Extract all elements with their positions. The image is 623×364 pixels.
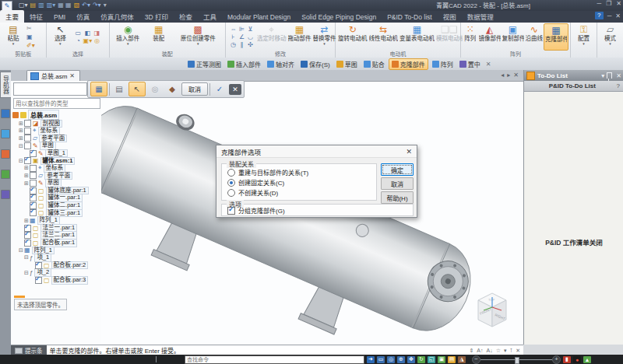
connect-icon[interactable]: ⊦ xyxy=(229,33,238,41)
tree-item[interactable]: ⊟ƒ项_1 xyxy=(12,254,101,262)
document-tab[interactable]: 总装.asm ✕ xyxy=(26,70,80,81)
select-visible-icon[interactable]: ◔ xyxy=(73,37,83,45)
radio-no-relations[interactable]: 不创建关系(D) xyxy=(227,188,278,197)
drag-part-button[interactable]: ▦ 拖动部件 xyxy=(287,23,312,51)
view-styles-icon[interactable]: ▣ xyxy=(438,356,445,363)
minimize-ribbon-icon[interactable]: ─ xyxy=(607,12,612,19)
fit-view-icon[interactable]: ▭ xyxy=(377,356,385,363)
format-painter-icon[interactable]: ✐▾ xyxy=(26,42,35,49)
tree-expander-icon[interactable]: ⊞ xyxy=(23,173,30,179)
quickbar-item-9[interactable]: 置中 xyxy=(457,59,483,69)
zoom-slider[interactable]: − + xyxy=(472,355,561,364)
quickbar-item-7[interactable]: 克隆部件 xyxy=(389,58,428,70)
tab-10[interactable]: Solid Edge Piping Design xyxy=(296,12,382,23)
sensors-panel-icon[interactable] xyxy=(1,149,10,159)
view-cube[interactable]: FRONT RIGHT TOP xyxy=(470,289,514,333)
select-clear-icon[interactable]: ◨ xyxy=(92,30,101,37)
vartable-motor-button[interactable]: ▦ 变量表电动机 xyxy=(399,23,435,51)
tab-scroll-left-icon[interactable]: ◂ xyxy=(501,72,504,79)
tree-checkbox[interactable] xyxy=(30,172,37,179)
rotate-view-icon[interactable]: ↻ xyxy=(417,356,425,363)
quickbar-item-1[interactable]: 正等测图 xyxy=(185,59,224,69)
document-tab-close-icon[interactable]: ✕ xyxy=(69,72,75,79)
prompt-menu-icon[interactable]: ▾ xyxy=(504,348,507,354)
zoom-area-icon[interactable]: ◎ xyxy=(387,356,395,363)
cmdbar-cancel-button[interactable]: 取消 xyxy=(181,82,208,96)
quickbar-item-6[interactable]: 贴合 xyxy=(361,59,387,69)
restore-button[interactable]: ❐ xyxy=(606,0,611,7)
along-curve-button[interactable]: ∿ 沿曲线 xyxy=(525,23,544,51)
replace-part-button[interactable]: ⇄ 替换零件▾ xyxy=(312,23,337,51)
user-status-icon[interactable]: ▲ xyxy=(583,356,591,363)
command-pointer-icon[interactable]: ➜ xyxy=(367,356,375,363)
tab-4[interactable]: 仿真 xyxy=(71,10,95,23)
todo-pin-icon[interactable] xyxy=(607,72,612,79)
mode-button[interactable]: ▱ 模式▾ xyxy=(599,23,621,51)
navigator-strip-tab[interactable]: 导航器 xyxy=(0,72,12,98)
mirror-part-button[interactable]: ◭ 镜像部件 xyxy=(478,23,502,51)
record-circle-icon[interactable]: ● xyxy=(573,356,581,363)
window-layout-icon[interactable]: ▤ xyxy=(448,356,456,363)
todo-menu-icon[interactable]: ▾ xyxy=(601,72,604,79)
tree-checkbox[interactable] xyxy=(30,209,37,216)
simulation-panel-icon[interactable] xyxy=(1,109,10,118)
tree-root[interactable]: 总装.asm xyxy=(12,110,101,119)
radio-create-fixed[interactable]: 创建固定关系(C) xyxy=(227,178,284,187)
tree-expander-icon[interactable]: ⊞ xyxy=(23,165,30,171)
tree-checkbox[interactable] xyxy=(24,240,31,247)
paste-button[interactable]: ▤ 粘贴▾ xyxy=(2,23,25,51)
tree-item[interactable]: ⊞⌖坐标系 xyxy=(12,128,101,135)
pathfinder-search-input[interactable] xyxy=(13,98,100,109)
tab-2[interactable]: 特征 xyxy=(24,10,48,23)
tree-checkbox[interactable] xyxy=(35,277,42,284)
cut-icon[interactable]: ✂ xyxy=(26,25,35,32)
create-in-place-button[interactable]: ▩ 原位创建零件▾ xyxy=(173,23,223,51)
cmdbar-close-icon[interactable]: ✕ xyxy=(229,84,241,95)
tree-item[interactable]: ⊞▱参考平面 xyxy=(12,135,101,142)
tree-item[interactable]: ▢配合板.par:3 xyxy=(12,276,101,284)
tree-expander-icon[interactable]: ⊟ xyxy=(23,270,30,276)
window-icon[interactable]: ▦ ▦ xyxy=(58,2,71,9)
zoom-in-icon[interactable]: + xyxy=(552,355,561,364)
todo-close-icon[interactable]: ✕ xyxy=(616,72,621,79)
dialog-cancel-button[interactable]: 取消 xyxy=(381,177,414,190)
favorite-icon[interactable]: ☆ xyxy=(496,348,501,354)
checkbox-group-clone[interactable]: 分组克隆部件(G) xyxy=(227,206,285,215)
tree-checkbox[interactable] xyxy=(24,120,31,127)
quickbar-close-icon[interactable]: ✕ xyxy=(486,61,491,68)
options-page-icon[interactable]: ▤ xyxy=(111,82,127,96)
tab-8[interactable]: 工具 xyxy=(198,10,222,23)
customize-qat-icon[interactable]: ▾ xyxy=(104,2,107,9)
minimize-button[interactable]: ─ xyxy=(597,0,601,7)
dialog-ok-button[interactable]: 确定 xyxy=(381,163,414,176)
cam-icon[interactable]: ◷ xyxy=(229,41,238,49)
help-icon[interactable]: ? xyxy=(595,12,604,19)
family-panel-icon[interactable] xyxy=(1,190,10,199)
command-entry-field[interactable] xyxy=(13,82,87,96)
select-zoom-icon[interactable]: ◎ xyxy=(92,37,101,45)
select-component-icon[interactable]: ▣▾ xyxy=(83,37,92,45)
zoom-slider-handle[interactable] xyxy=(515,357,519,364)
clone-part-button[interactable]: ▦ 克隆部件 xyxy=(544,23,568,51)
tree-checkbox[interactable] xyxy=(30,165,37,172)
undo-icon[interactable]: ↶▾ xyxy=(82,2,90,9)
tab-1[interactable]: 主要 xyxy=(0,10,24,23)
save-icon[interactable]: ▥ xyxy=(38,2,44,9)
library-panel-icon[interactable] xyxy=(1,170,10,179)
tab-11[interactable]: P&ID To-Do list xyxy=(382,12,437,23)
todo-help-icon[interactable]: ? xyxy=(617,82,620,89)
tree-expander-icon[interactable]: ⊞ xyxy=(18,128,24,134)
select-inside-icon[interactable]: ◧ xyxy=(83,30,92,37)
close-button[interactable]: ✕ xyxy=(616,0,621,7)
select-button[interactable]: ↖ 选择▾ xyxy=(48,23,72,51)
close-document-icon[interactable]: ✕ xyxy=(615,12,621,19)
layers-panel-icon[interactable] xyxy=(1,129,10,138)
quickbar-item-8[interactable]: 阵列 xyxy=(430,59,456,69)
select-box-icon[interactable]: ▭ xyxy=(73,30,83,37)
insert-part-button[interactable]: ◉ 插入部件▾ xyxy=(111,23,144,51)
tab-5[interactable]: 仿真几何体 xyxy=(95,10,139,23)
tab-3[interactable]: PMI xyxy=(48,12,71,23)
quickbar-item-2[interactable]: 插入部件 xyxy=(225,59,263,69)
config-button[interactable]: ⚿ 配置▾ xyxy=(572,23,595,51)
tangent-icon[interactable]: ◡ xyxy=(246,33,255,41)
